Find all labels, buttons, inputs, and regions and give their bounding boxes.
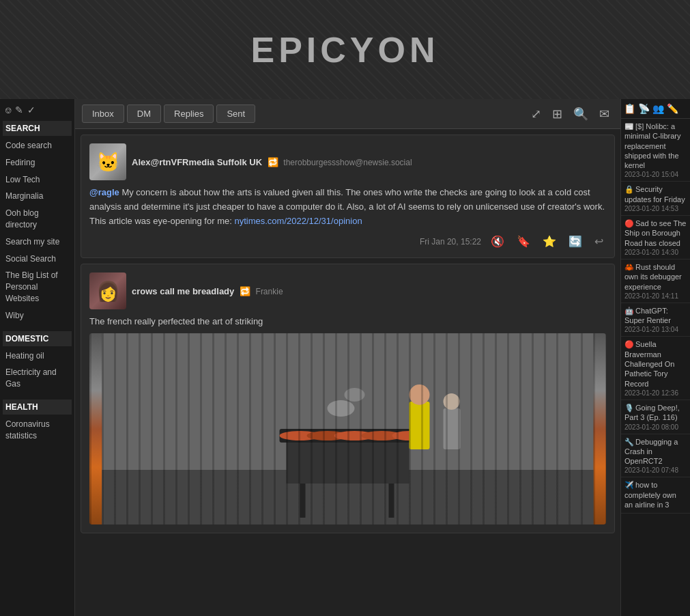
star-btn-1[interactable]: ⭐ bbox=[540, 234, 559, 249]
news-item-7[interactable]: 🎙️Going Deep!, Part 3 (Ep. 116) 2023-01-… bbox=[621, 400, 690, 434]
post-feed: 🐱 Alex@rtnVFRmedia Suffolk UK 🔁 therobbu… bbox=[75, 129, 620, 616]
news-date-1: 2023-01-20 15:04 bbox=[624, 171, 687, 178]
news-icon-4: 🦀 bbox=[624, 263, 634, 271]
sidebar-item-heating-oil[interactable]: Heating oil bbox=[3, 348, 72, 365]
news-date-6: 2023-01-20 12:36 bbox=[624, 389, 687, 397]
post-image-bbq bbox=[89, 333, 606, 524]
news-icon-6: 🔴 bbox=[624, 340, 634, 348]
reply-btn-1[interactable]: ↩ bbox=[592, 234, 606, 249]
sidebar: ⎊ ✎ ✓ SEARCH Code search Fediring Low Te… bbox=[0, 99, 75, 616]
mute-btn-1[interactable]: 🔇 bbox=[488, 234, 507, 249]
sidebar-item-code-search[interactable]: Code search bbox=[3, 137, 72, 154]
post-meta-2: crows call me breadlady 🔁 Frankie bbox=[132, 286, 606, 296]
sidebar-item-electricity-gas[interactable]: Electricity and Gas bbox=[3, 364, 72, 393]
news-item-4[interactable]: 🦀Rust should own its debugger experience… bbox=[621, 260, 690, 303]
news-icon-7: 🎙️ bbox=[624, 404, 634, 412]
news-icon-1: 📰 bbox=[624, 122, 634, 130]
news-title-2: 🔒Security updates for Friday bbox=[624, 184, 687, 204]
right-toolbar: 📋 📡 👥 ✏️ bbox=[621, 99, 690, 119]
tab-dm[interactable]: DM bbox=[127, 104, 161, 123]
avatar-emoji-2: 👩 bbox=[96, 280, 120, 303]
news-icon-9: ✈️ bbox=[624, 481, 634, 489]
boost-btn-1[interactable]: 🔄 bbox=[566, 234, 585, 249]
news-title-4: 🦀Rust should own its debugger experience bbox=[624, 262, 687, 292]
avatar-2: 👩 bbox=[89, 272, 126, 309]
post-header-2: 👩 crows call me breadlady 🔁 Frankie bbox=[89, 272, 606, 309]
sidebar-item-wiby[interactable]: Wiby bbox=[3, 307, 72, 324]
news-date-8: 2023-01-20 07:48 bbox=[624, 466, 687, 474]
post-text-2: The french really perfected the art of s… bbox=[89, 316, 263, 326]
search-section-label: SEARCH bbox=[3, 121, 72, 136]
news-icon-2: 🔒 bbox=[624, 185, 634, 193]
post-footer-1: Fri Jan 20, 15:22 🔇 🔖 ⭐ 🔄 ↩ bbox=[89, 234, 606, 249]
news-item-8[interactable]: 🔧Debugging a Crash in OpenRCT2 2023-01-2… bbox=[621, 434, 690, 478]
tab-replies[interactable]: Replies bbox=[164, 104, 214, 123]
avatar-emoji-1: 🐱 bbox=[96, 151, 120, 173]
check-icon[interactable]: ✓ bbox=[27, 104, 35, 115]
bbq-image-overlay bbox=[89, 333, 606, 524]
sidebar-item-coronavirus-stats[interactable]: Coronavirus statistics bbox=[3, 416, 72, 445]
news-date-7: 2023-01-20 08:00 bbox=[624, 423, 687, 431]
main-content: Inbox DM Replies Sent ⤢ ⊞ 🔍 ✉ 🐱 Alex@rtn… bbox=[75, 99, 620, 616]
right-rss-icon[interactable]: 📡 bbox=[638, 103, 650, 114]
grid-icon-btn[interactable]: ⊞ bbox=[548, 105, 566, 123]
news-icon-8: 🔧 bbox=[624, 438, 634, 446]
sidebar-item-ooh-blog[interactable]: Ooh blog directory bbox=[3, 205, 72, 234]
edit-icon[interactable]: ✎ bbox=[15, 104, 23, 115]
right-edit-icon[interactable]: ✏️ bbox=[667, 103, 678, 114]
news-item-3[interactable]: 🔴Sad to see The Ship on Borough Road has… bbox=[621, 216, 690, 260]
sidebar-item-low-tech[interactable]: Low Tech bbox=[3, 171, 72, 188]
news-date-2: 2023-01-20 14:53 bbox=[624, 205, 687, 212]
bookmark-btn-1[interactable]: 🔖 bbox=[514, 234, 533, 249]
sidebar-item-fediring[interactable]: Fediring bbox=[3, 154, 72, 171]
news-title-1: 📰[$] Nolibc: a minimal C-library replace… bbox=[624, 122, 687, 170]
news-icon-3: 🔴 bbox=[624, 219, 634, 227]
expand-icon-btn[interactable]: ⤢ bbox=[527, 105, 545, 123]
boost-icon-1: 🔁 bbox=[268, 157, 278, 167]
news-item-2[interactable]: 🔒Security updates for Friday 2023-01-20 … bbox=[621, 182, 690, 216]
news-item-6[interactable]: 🔴Suella Braverman Challenged On Pathetic… bbox=[621, 337, 690, 400]
post-card-1: 🐱 Alex@rtnVFRmedia Suffolk UK 🔁 therobbu… bbox=[81, 135, 615, 258]
post-boost-handle-1: therobburgessshow@newsie.social bbox=[283, 158, 412, 167]
news-icon-5: 🤖 bbox=[624, 307, 634, 315]
news-date-3: 2023-01-20 14:30 bbox=[624, 249, 687, 256]
post-body-2: The french really perfected the art of s… bbox=[89, 315, 606, 329]
main-layout: ⎊ ✎ ✓ SEARCH Code search Fediring Low Te… bbox=[0, 99, 690, 616]
post-timestamp-1: Fri Jan 20, 15:22 bbox=[89, 237, 481, 247]
news-item-1[interactable]: 📰[$] Nolibc: a minimal C-library replace… bbox=[621, 119, 690, 182]
news-item-5[interactable]: 🤖ChatGPT: Super Rentier 2023-01-20 13:04 bbox=[621, 303, 690, 337]
post-meta-1: Alex@rtnVFRmedia Suffolk UK 🔁 therobburg… bbox=[132, 157, 606, 167]
domestic-section-label: DOMESTIC bbox=[3, 331, 72, 346]
sidebar-item-social-search[interactable]: Social Search bbox=[3, 251, 72, 268]
post-card-2: 👩 crows call me breadlady 🔁 Frankie The … bbox=[81, 264, 615, 533]
news-title-6: 🔴Suella Braverman Challenged On Pathetic… bbox=[624, 339, 687, 388]
search-icon-btn[interactable]: 🔍 bbox=[569, 105, 592, 123]
news-item-9[interactable]: ✈️how to completely own an airline in 3 bbox=[621, 477, 690, 514]
boost-icon-2: 🔁 bbox=[240, 286, 250, 296]
right-people-icon[interactable]: 👥 bbox=[652, 103, 664, 114]
post-mention-1[interactable]: @ragle bbox=[89, 187, 119, 197]
post-author-2: crows call me breadlady bbox=[132, 286, 234, 296]
tab-sent[interactable]: Sent bbox=[216, 104, 255, 123]
news-date-4: 2023-01-20 14:11 bbox=[624, 292, 687, 300]
post-author-1: Alex@rtnVFRmedia Suffolk UK bbox=[132, 157, 262, 167]
mail-icon-btn[interactable]: ✉ bbox=[595, 105, 614, 123]
sidebar-item-big-list[interactable]: The Big List of Personal Websites bbox=[3, 267, 72, 307]
main-toolbar: Inbox DM Replies Sent ⤢ ⊞ 🔍 ✉ bbox=[75, 99, 620, 129]
right-panel: 📋 📡 👥 ✏️ 📰[$] Nolibc: a minimal C-librar… bbox=[620, 99, 690, 616]
sidebar-item-marginalia[interactable]: Marginalia bbox=[3, 188, 72, 205]
header: EPICYON bbox=[0, 0, 690, 99]
post-boost-handle-2: Frankie bbox=[256, 287, 283, 296]
avatar-1: 🐱 bbox=[89, 143, 126, 180]
app-title: EPICYON bbox=[250, 29, 439, 70]
post-link-1[interactable]: nytimes.com/2022/12/31/opinion bbox=[234, 216, 362, 226]
tab-inbox[interactable]: Inbox bbox=[82, 104, 124, 123]
news-date-5: 2023-01-20 13:04 bbox=[624, 326, 687, 333]
sidebar-item-search-my-site[interactable]: Search my site bbox=[3, 234, 72, 251]
news-title-8: 🔧Debugging a Crash in OpenRCT2 bbox=[624, 437, 687, 466]
post-header-1: 🐱 Alex@rtnVFRmedia Suffolk UK 🔁 therobbu… bbox=[89, 143, 606, 180]
news-title-7: 🎙️Going Deep!, Part 3 (Ep. 116) bbox=[624, 403, 687, 423]
right-list-icon[interactable]: 📋 bbox=[624, 103, 635, 114]
sidebar-toolbar: ⎊ ✎ ✓ bbox=[3, 104, 72, 115]
rss-icon[interactable]: ⎊ bbox=[5, 104, 11, 115]
